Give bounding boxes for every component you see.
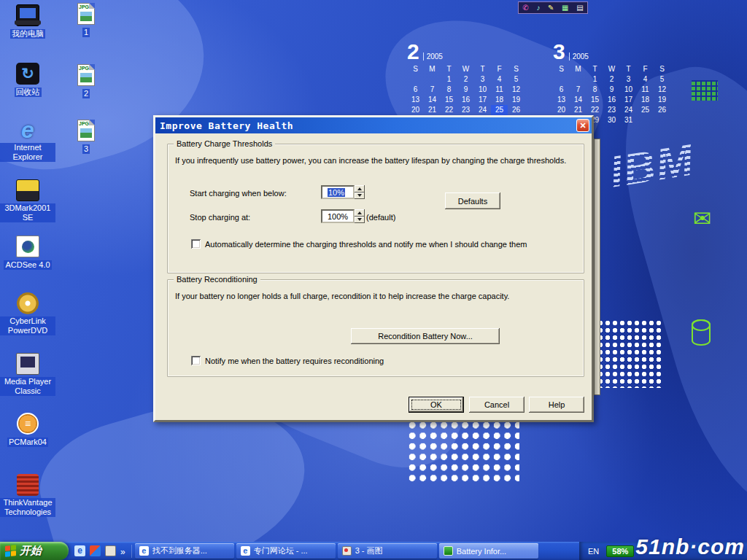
keypad-grid-icon — [692, 80, 718, 101]
spinner-up-button[interactable] — [355, 185, 365, 192]
cylinder-icon — [692, 319, 711, 346]
start-threshold-spinner[interactable]: 10% — [321, 185, 365, 199]
quick-launch-overflow-chevron[interactable] — [120, 545, 125, 558]
desktop-icon-jpg-3[interactable]: JPG 3 — [58, 120, 114, 155]
calendar-day: 21 — [424, 105, 441, 115]
recondition-battery-button[interactable]: Recondition Battery Now... — [351, 328, 500, 344]
start-threshold-field[interactable]: 10% — [321, 185, 355, 199]
task-button-battery-information[interactable]: Battery Infor... — [439, 543, 538, 559]
calendar-day: 6 — [553, 85, 570, 95]
icon-label: Media Player Classic — [0, 377, 55, 396]
calendar-day: 25 — [491, 105, 508, 115]
dialog-titlebar[interactable]: Improve Battery Health ✕ — [155, 117, 592, 133]
calendar-day: 20 — [407, 105, 424, 115]
desktop-icon-recycle-bin[interactable]: 回收站 — [0, 63, 55, 98]
close-button[interactable]: ✕ — [576, 119, 589, 132]
language-indicator[interactable]: EN — [588, 547, 599, 556]
phone-icon[interactable] — [522, 2, 528, 13]
calendar-day-header: T — [620, 64, 637, 74]
down-arrow-icon — [357, 218, 362, 221]
desktop-icon-powerdvd[interactable]: CyberLink PowerDVD — [0, 292, 55, 336]
group-title: Battery Charge Thresholds — [174, 139, 275, 148]
desktop-icon-jpg-1[interactable]: JPG 1 — [58, 3, 114, 38]
calendar-day: 4 — [637, 74, 654, 85]
icon-label: 3 — [82, 144, 90, 154]
up-arrow-icon — [357, 187, 362, 190]
acdsee-icon — [16, 236, 39, 257]
desktop-icon-pcmark04[interactable]: PCMark04 — [0, 413, 55, 448]
pcmark-icon — [17, 413, 39, 435]
task-button-forum[interactable]: 专门网论坛 - ... — [236, 543, 336, 559]
spinner-buttons — [355, 209, 365, 223]
defaults-button[interactable]: Defaults — [445, 192, 500, 209]
help-button[interactable]: Help — [529, 397, 584, 413]
flag-pane — [11, 551, 16, 556]
auto-determine-label: Automatically determine the charging thr… — [205, 240, 527, 249]
desktop-icon-jpg-2[interactable]: JPG 2 — [58, 64, 114, 99]
calendar-day-header: T — [587, 64, 603, 74]
task-title: 3 - 画图 — [355, 545, 383, 556]
calendar-day: 12 — [508, 85, 525, 95]
calendar-day: 3 — [474, 74, 491, 85]
desktop-icon-acdsee[interactable]: ACDSee 4.0 — [0, 236, 55, 271]
calendar-day: 14 — [424, 95, 441, 105]
desktop-icon-thinkvantage[interactable]: ThinkVantage Technologies — [0, 474, 55, 518]
calendar-march: 3 2005 SMTWTFS 1234567891011121314151617… — [553, 39, 670, 125]
media-quick-launch-icon[interactable] — [90, 545, 101, 556]
calendar-day: 24 — [474, 105, 491, 115]
up-arrow-icon — [357, 211, 362, 214]
jpg-badge: JPG — [79, 121, 89, 126]
speaker-icon[interactable] — [536, 2, 540, 13]
jpg-badge: JPG — [79, 66, 89, 71]
pen-icon[interactable] — [548, 2, 554, 13]
show-desktop-icon[interactable] — [105, 545, 116, 556]
calendar-month-number: 3 — [553, 41, 565, 63]
thresholds-description: If you infrequently use battery power, y… — [175, 156, 566, 165]
start-charging-label: Start charging when below: — [190, 189, 287, 198]
spinner-down-button[interactable] — [355, 192, 365, 200]
notify-reconditioning-checkbox-row[interactable]: Notify me when the battery requires reco… — [191, 356, 384, 365]
task-button-paint[interactable]: 3 - 画图 — [338, 543, 437, 559]
desktop-icon-my-computer[interactable]: 我的电脑 — [0, 4, 55, 39]
notify-reconditioning-checkbox[interactable] — [191, 356, 201, 365]
background-window-edge[interactable] — [594, 139, 600, 395]
down-arrow-icon — [357, 194, 362, 197]
calendar-day: 10 — [620, 85, 637, 95]
dialog-title: Improve Battery Health — [160, 120, 576, 131]
calendar-year: 2005 — [423, 52, 443, 61]
desktop-icon-internet-explorer[interactable]: Internet Explorer — [0, 119, 55, 163]
calendar-day: 20 — [553, 105, 570, 115]
calendar-day: 2 — [603, 74, 620, 85]
auto-determine-checkbox[interactable] — [191, 239, 201, 249]
calendar-day: 16 — [457, 95, 474, 105]
spinner-down-button[interactable] — [355, 217, 365, 224]
ok-button[interactable]: OK — [409, 397, 464, 413]
task-button-server-not-found[interactable]: 找不到服务器... — [135, 543, 234, 559]
icon-label: Internet Explorer — [0, 143, 55, 162]
envelope-icon: ✉ — [693, 206, 711, 231]
desktop: IBM ✉ 2 2005 SMTWTFS 1234567891011121314… — [0, 0, 747, 560]
stop-threshold-field[interactable]: 100% — [321, 209, 355, 223]
notify-reconditioning-label: Notify me when the battery requires reco… — [205, 357, 384, 365]
calendar-day-header: F — [637, 64, 654, 74]
desktop-icon-media-player-classic[interactable]: Media Player Classic — [0, 353, 55, 397]
sheet-icon[interactable] — [576, 2, 583, 13]
calendar-day — [637, 115, 654, 125]
battery-indicator[interactable]: 58% — [606, 545, 634, 557]
calendar-day: 18 — [491, 95, 508, 105]
calendar-day: 16 — [603, 95, 620, 105]
ie-quick-launch-icon[interactable] — [74, 545, 85, 556]
jpg-thumbnail — [80, 128, 92, 138]
cancel-button[interactable]: Cancel — [469, 397, 525, 413]
desktop-icon-3dmark2001[interactable]: 3DMark2001 SE — [0, 179, 55, 223]
ie-icon — [241, 546, 250, 556]
grid-icon[interactable] — [562, 2, 568, 13]
spinner-up-button[interactable] — [355, 209, 365, 217]
calendar-day: 19 — [508, 95, 525, 105]
watermark: 51nb·com — [635, 534, 745, 559]
task-title: Battery Infor... — [457, 547, 506, 556]
auto-determine-checkbox-row[interactable]: Automatically determine the charging thr… — [191, 239, 527, 249]
start-button[interactable]: 开始 — [0, 542, 69, 560]
stop-threshold-spinner[interactable]: 100% — [321, 209, 365, 223]
calendar-day-header: S — [508, 64, 525, 74]
